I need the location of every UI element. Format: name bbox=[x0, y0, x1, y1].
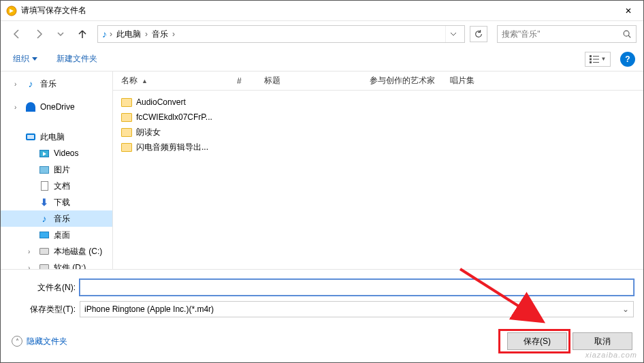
search-placeholder: 搜索"音乐" bbox=[502, 29, 622, 40]
sidebar-item-label: OneDrive bbox=[40, 102, 75, 112]
music-icon: ♪ bbox=[102, 29, 107, 40]
content-pane: 名称▲ # 标题 参与创作的艺术家 唱片集 AudioConvertfcCWIE… bbox=[113, 72, 643, 269]
view-mode-button[interactable]: ▼ bbox=[585, 52, 611, 67]
sidebar-item[interactable]: 此电脑 bbox=[1, 129, 112, 145]
cancel-button[interactable]: 取消 bbox=[573, 332, 632, 350]
svg-rect-6 bbox=[593, 59, 599, 59]
hide-folders-label: 隐藏文件夹 bbox=[27, 336, 67, 347]
sidebar-item-label: 下载 bbox=[54, 197, 70, 208]
organize-menu[interactable]: 组织 bbox=[9, 53, 42, 65]
sidebar-item-label: 图片 bbox=[54, 164, 70, 176]
help-icon: ? bbox=[625, 54, 630, 64]
breadcrumb-pc[interactable]: 此电脑 bbox=[115, 29, 142, 40]
sidebar-item-label: Videos bbox=[54, 148, 78, 158]
column-number[interactable]: # bbox=[237, 72, 264, 90]
sidebar-item-label: 本地磁盘 (C:) bbox=[54, 246, 102, 257]
folder-icon bbox=[121, 128, 132, 137]
forward-button[interactable] bbox=[29, 25, 48, 43]
file-name: 闪电音频剪辑导出... bbox=[136, 142, 208, 153]
list-item[interactable]: 朗读女 bbox=[121, 125, 643, 140]
expand-icon: › bbox=[28, 264, 35, 270]
list-item[interactable]: AudioConvert bbox=[121, 95, 643, 110]
annotation-arrow bbox=[457, 266, 566, 328]
file-name: AudioConvert bbox=[136, 97, 186, 107]
sidebar-item[interactable]: ›OneDrive bbox=[1, 99, 112, 115]
nav-bar: ♪ › 此电脑 › 音乐 › 搜索"音乐" bbox=[1, 21, 643, 47]
address-bar[interactable]: ♪ › 此电脑 › 音乐 › bbox=[97, 25, 465, 43]
sidebar-item[interactable]: 桌面 bbox=[1, 227, 112, 243]
bottom-panel: 文件名(N): 保存类型(T): iPhone Ringtone (Apple … bbox=[1, 269, 643, 323]
toolbar: 组织 新建文件夹 ▼ ? bbox=[1, 47, 643, 72]
chevron-up-icon: ˄ bbox=[12, 336, 22, 347]
column-title[interactable]: 标题 bbox=[264, 72, 370, 90]
sidebar-item[interactable]: ♪音乐 bbox=[1, 210, 112, 227]
column-album[interactable]: 唱片集 bbox=[450, 72, 518, 90]
sidebar-item-label: 桌面 bbox=[54, 230, 70, 241]
column-name[interactable]: 名称▲ bbox=[121, 72, 237, 90]
sidebar-item[interactable]: Videos bbox=[1, 145, 112, 161]
file-list[interactable]: AudioConvertfcCWIEkdlx07CFrP...朗读女闪电音频剪辑… bbox=[113, 91, 643, 269]
new-folder-button[interactable]: 新建文件夹 bbox=[52, 53, 101, 65]
address-dropdown[interactable] bbox=[445, 26, 460, 42]
list-item[interactable]: 闪电音频剪辑导出... bbox=[121, 140, 643, 155]
sidebar-item-label: 软件 (D:) bbox=[54, 262, 86, 270]
file-name: fcCWIEkdlx07CFrP... bbox=[136, 112, 212, 122]
filename-label: 文件名(N): bbox=[10, 282, 80, 294]
filetype-label: 保存类型(T): bbox=[10, 304, 80, 315]
watermark: xiazaiba.com bbox=[585, 351, 637, 359]
sidebar-item[interactable]: ⬇下载 bbox=[1, 194, 112, 210]
chevron-down-icon: ▼ bbox=[601, 56, 607, 62]
recent-dropdown[interactable] bbox=[51, 25, 70, 43]
svg-rect-5 bbox=[593, 56, 599, 57]
chevron-right-icon: › bbox=[110, 29, 112, 39]
file-name: 朗读女 bbox=[136, 127, 161, 138]
expand-icon: › bbox=[14, 104, 21, 111]
svg-rect-7 bbox=[593, 62, 599, 63]
sidebar-item[interactable]: ›本地磁盘 (C:) bbox=[1, 243, 112, 259]
close-icon: ✕ bbox=[625, 6, 632, 16]
sidebar-tree[interactable]: ›♪音乐›OneDrive此电脑Videos图片文档⬇下载♪音乐桌面›本地磁盘 … bbox=[1, 72, 113, 269]
folder-icon bbox=[121, 143, 132, 152]
folder-icon bbox=[121, 113, 132, 122]
sidebar-item-label: 此电脑 bbox=[40, 131, 65, 143]
sidebar-item-label: 音乐 bbox=[54, 213, 70, 225]
chevron-right-icon: › bbox=[172, 29, 175, 39]
app-icon bbox=[6, 5, 17, 16]
sidebar-item[interactable]: ›♪音乐 bbox=[1, 76, 112, 92]
expand-icon: › bbox=[14, 80, 21, 88]
column-headers: 名称▲ # 标题 参与创作的艺术家 唱片集 bbox=[113, 72, 643, 91]
sort-asc-icon: ▲ bbox=[142, 78, 148, 84]
filetype-select[interactable]: iPhone Ringtone (Apple Inc.)(*.m4r) ⌄ bbox=[80, 301, 634, 317]
filename-input[interactable] bbox=[80, 279, 634, 296]
close-button[interactable]: ✕ bbox=[613, 1, 643, 21]
main-area: ›♪音乐›OneDrive此电脑Videos图片文档⬇下载♪音乐桌面›本地磁盘 … bbox=[1, 72, 643, 269]
save-button[interactable]: 保存(S) bbox=[507, 332, 567, 350]
svg-point-1 bbox=[624, 31, 629, 36]
up-button[interactable] bbox=[73, 25, 92, 43]
chevron-down-icon: ⌄ bbox=[622, 304, 629, 314]
footer: ˄ 隐藏文件夹 保存(S) 取消 xiazaiba.com bbox=[1, 323, 643, 362]
search-icon bbox=[622, 29, 632, 39]
sidebar-item-label: 文档 bbox=[54, 180, 70, 192]
sidebar-item[interactable]: ›软件 (D:) bbox=[1, 259, 112, 269]
column-artist[interactable]: 参与创作的艺术家 bbox=[370, 72, 450, 90]
list-item[interactable]: fcCWIEkdlx07CFrP... bbox=[121, 110, 643, 125]
back-button[interactable] bbox=[7, 25, 27, 43]
sidebar-item[interactable]: 图片 bbox=[1, 161, 112, 178]
sidebar-item[interactable]: 文档 bbox=[1, 178, 112, 194]
help-button[interactable]: ? bbox=[620, 52, 635, 67]
breadcrumb-music[interactable]: 音乐 bbox=[150, 29, 170, 40]
svg-rect-2 bbox=[590, 55, 592, 57]
list-icon bbox=[590, 55, 599, 63]
title-bar: 请填写保存文件名 ✕ bbox=[1, 1, 643, 21]
sidebar-item-label: 音乐 bbox=[40, 78, 57, 90]
chevron-right-icon: › bbox=[145, 29, 148, 39]
expand-icon: › bbox=[28, 248, 35, 255]
svg-rect-4 bbox=[590, 61, 592, 63]
window-title: 请填写保存文件名 bbox=[21, 5, 613, 16]
search-input[interactable]: 搜索"音乐" bbox=[497, 25, 637, 43]
folder-icon bbox=[121, 98, 132, 107]
refresh-button[interactable] bbox=[470, 26, 487, 42]
hide-folders-toggle[interactable]: ˄ 隐藏文件夹 bbox=[12, 336, 67, 347]
filetype-value: iPhone Ringtone (Apple Inc.)(*.m4r) bbox=[84, 304, 214, 314]
